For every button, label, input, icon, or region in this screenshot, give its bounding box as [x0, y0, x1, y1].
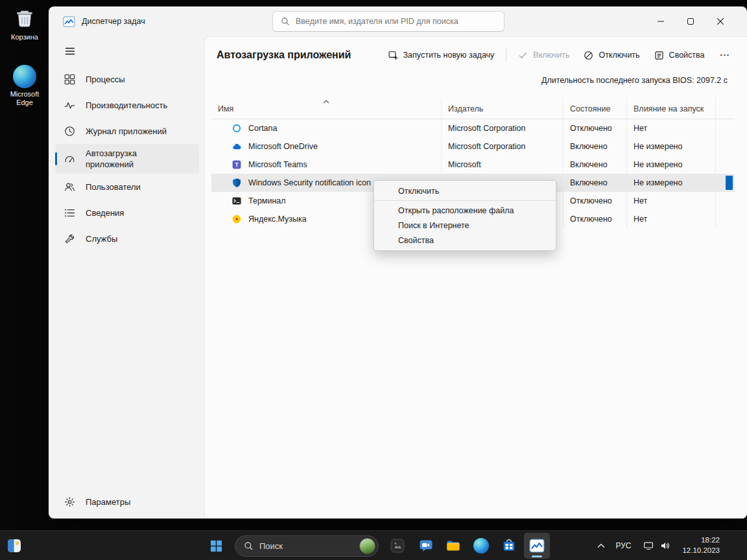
desktop-icon-label: Корзина: [11, 33, 38, 41]
taskbar-search-label: Поиск: [259, 541, 353, 551]
search-input[interactable]: Введите имя, издателя или PID для поиска: [272, 11, 504, 32]
table-row[interactable]: T Microsoft Teams Microsoft Включено Не …: [211, 156, 735, 174]
publisher-cell: Microsoft Corporation: [442, 119, 563, 137]
edge-button[interactable]: [468, 533, 494, 559]
impact-cell: Не измерено: [627, 156, 716, 174]
windows-security-icon: [231, 178, 242, 188]
column-label: Издатель: [448, 104, 483, 113]
clock-time: 18:22: [682, 535, 720, 546]
maximize-icon: [687, 18, 694, 25]
search-icon: [244, 541, 254, 551]
sidebar-item-details[interactable]: Сведения: [55, 201, 199, 224]
sidebar-item-performance[interactable]: Производительность: [55, 93, 199, 117]
chat-icon: [418, 538, 433, 554]
details-icon: [64, 207, 75, 218]
search-placeholder: Введите имя, издателя или PID для поиска: [296, 17, 458, 26]
app-name-cell: Microsoft OneDrive: [211, 137, 442, 156]
publisher-cell: Microsoft Corporation: [442, 137, 563, 156]
processes-icon: [64, 74, 75, 85]
microsoft-store-button[interactable]: [496, 533, 522, 559]
clock-date: 12.10.2023: [682, 546, 720, 556]
enable-button[interactable]: Включить: [512, 46, 576, 65]
app-name-cell: Cortana: [211, 119, 442, 137]
disable-button[interactable]: Отключить: [577, 46, 646, 65]
page-header: Автозагрузка приложений Запустить новую …: [205, 37, 747, 73]
sidebar-item-users[interactable]: Пользователи: [55, 175, 199, 198]
status-cell: Отключено: [563, 119, 627, 137]
app-name: Cortana: [248, 124, 277, 133]
sidebar-item-services[interactable]: Службы: [55, 227, 199, 250]
pinned-app-icon: [390, 538, 405, 554]
start-button[interactable]: [203, 533, 229, 559]
menu-toggle-button[interactable]: [58, 40, 82, 62]
settings-gear-icon: [64, 496, 75, 508]
table-row[interactable]: Microsoft OneDrive Microsoft Corporation…: [211, 137, 735, 156]
svg-text:T: T: [235, 161, 239, 168]
maximize-button[interactable]: [676, 6, 706, 36]
window-title: Диспетчер задач: [82, 17, 145, 26]
taskbar-search-box[interactable]: Поиск: [235, 535, 379, 557]
bios-startup-time: Длительность последнего запуска BIOS: 20…: [205, 73, 747, 94]
task-manager-window: Диспетчер задач Введите имя, издателя ил…: [49, 6, 747, 519]
sidebar-item-label: Пользователи: [86, 182, 141, 192]
app-name: Microsoft OneDrive: [248, 142, 318, 151]
hamburger-icon: [65, 46, 75, 56]
selected-row-accent: [726, 176, 733, 190]
context-menu-item-search-online[interactable]: Поиск в Интернете: [374, 218, 556, 233]
minimize-button[interactable]: [646, 6, 676, 36]
search-highlight-image[interactable]: [359, 538, 375, 554]
enable-label: Включить: [533, 51, 569, 60]
context-menu-item-open-file-location[interactable]: Открыть расположение файла: [374, 203, 556, 218]
chat-button[interactable]: [412, 533, 438, 559]
file-explorer-button[interactable]: [440, 533, 466, 559]
microsoft-store-icon: [501, 538, 517, 554]
new-task-icon: [388, 51, 398, 60]
onedrive-icon: [231, 141, 242, 152]
sidebar-item-app-history[interactable]: Журнал приложений: [55, 119, 199, 143]
sidebar-item-label: Журнал приложений: [86, 126, 167, 136]
pinned-app-button[interactable]: [385, 533, 410, 559]
network-button[interactable]: [643, 541, 654, 551]
column-label: Имя: [218, 104, 233, 113]
sidebar-item-processes[interactable]: Процессы: [55, 67, 199, 91]
more-button[interactable]: ···: [713, 46, 739, 64]
language-indicator[interactable]: РУС: [615, 541, 631, 550]
table-row[interactable]: Cortana Microsoft Corporation Отключено …: [211, 119, 735, 137]
sort-ascending-icon: [323, 100, 329, 104]
recycle-bin-desktop-icon[interactable]: Корзина: [3, 8, 46, 41]
close-button[interactable]: [706, 6, 735, 36]
status-cell: Отключено: [563, 210, 627, 228]
column-header-status[interactable]: Состояние: [563, 98, 627, 119]
block-icon: [584, 51, 593, 60]
clock[interactable]: 18:22 12.10.2023: [682, 535, 724, 555]
tray-overflow-button[interactable]: [593, 539, 609, 552]
volume-button[interactable]: [660, 541, 670, 551]
properties-button[interactable]: Свойства: [648, 46, 711, 65]
column-header-impact[interactable]: Влияние на запуск: [627, 98, 716, 119]
widgets-icon[interactable]: [7, 539, 21, 553]
sidebar-item-label: Службы: [86, 234, 117, 244]
filler-cell: [716, 192, 735, 210]
sidebar-item-startup-apps[interactable]: Автозагрузка приложений: [55, 144, 199, 174]
sidebar-item-label: Сведения: [86, 208, 124, 218]
impact-cell: Не измерено: [627, 137, 716, 156]
sidebar-item-settings[interactable]: Параметры: [55, 490, 199, 513]
run-new-task-button[interactable]: Запустить новую задачу: [382, 46, 501, 65]
column-header-name[interactable]: Имя: [211, 98, 442, 119]
taskbar: Поиск: [0, 530, 747, 560]
column-header-publisher[interactable]: Издатель: [442, 98, 563, 119]
task-manager-button[interactable]: [524, 533, 550, 559]
context-menu-item-disable[interactable]: Отключить: [374, 183, 556, 198]
sidebar-item-label: Процессы: [86, 75, 125, 84]
column-header-filler: [716, 98, 735, 119]
context-menu-item-properties[interactable]: Свойства: [374, 233, 556, 248]
table-header: Имя Издатель Состояние Влияние на запуск: [211, 98, 735, 119]
properties-icon: [654, 51, 664, 60]
edge-desktop-icon[interactable]: Microsoft Edge: [3, 65, 46, 107]
column-label: Состояние: [570, 104, 610, 113]
recycle-bin-icon: [13, 8, 36, 31]
network-icon: [643, 541, 654, 551]
titlebar[interactable]: Диспетчер задач Введите имя, издателя ил…: [49, 6, 747, 36]
task-manager-app-icon: [63, 16, 75, 28]
filler-cell: [716, 210, 735, 228]
